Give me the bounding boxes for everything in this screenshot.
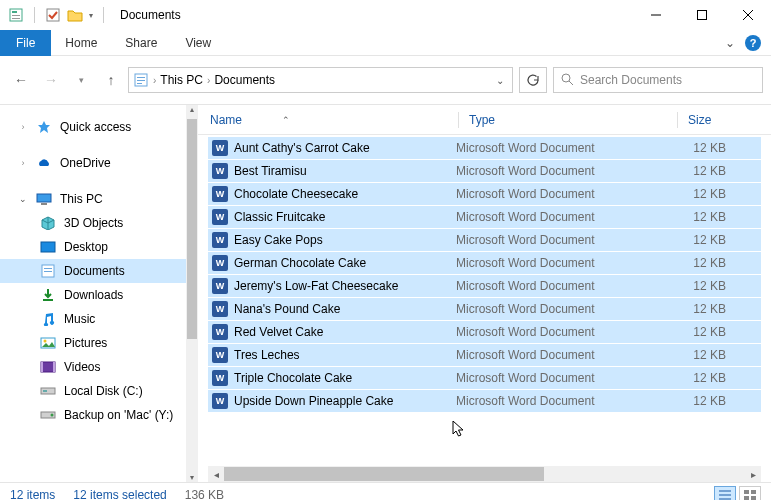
videos-icon — [40, 359, 56, 375]
tree-item-music[interactable]: Music — [0, 307, 186, 331]
help-icon[interactable]: ? — [745, 35, 761, 51]
horizontal-scrollbar[interactable]: ◂ ▸ — [208, 466, 761, 482]
navigation-bar: ← → ▾ ↑ › This PC › Documents ⌄ — [0, 62, 771, 98]
file-name: Red Velvet Cake — [234, 325, 323, 339]
tree-item-downloads[interactable]: Downloads — [0, 283, 186, 307]
close-button[interactable] — [725, 0, 771, 30]
file-row[interactable]: WBest TiramisuMicrosoft Word Document12 … — [208, 160, 761, 183]
tree-this-pc[interactable]: ⌄ This PC — [0, 187, 186, 211]
svg-rect-10 — [137, 77, 145, 78]
file-row[interactable]: WGerman Chocolate CakeMicrosoft Word Doc… — [208, 252, 761, 275]
chevron-down-icon[interactable]: ⌄ — [18, 194, 28, 204]
chevron-right-icon[interactable]: › — [18, 122, 28, 132]
svg-rect-24 — [41, 362, 55, 372]
qat-dropdown[interactable]: ▾ — [89, 11, 93, 20]
tree-item-label: Pictures — [64, 336, 107, 350]
file-row[interactable]: WAunt Cathy's Carrot CakeMicrosoft Word … — [208, 137, 761, 160]
status-selected-count: 12 items selected — [73, 488, 166, 501]
scroll-thumb[interactable] — [224, 467, 544, 481]
tree-item-label: 3D Objects — [64, 216, 123, 230]
tab-share[interactable]: Share — [111, 30, 171, 56]
file-name: Triple Chocolate Cake — [234, 371, 352, 385]
maximize-button[interactable] — [679, 0, 725, 30]
ribbon: File Home Share View ⌄ ? — [0, 30, 771, 56]
tree-item-cdrive[interactable]: Local Disk (C:) — [0, 379, 186, 403]
tree-onedrive[interactable]: › OneDrive — [0, 151, 186, 175]
tree-item-ydrive[interactable]: Backup on 'Mac' (Y:) — [0, 403, 186, 427]
tree-item-desktop[interactable]: Desktop — [0, 235, 186, 259]
chevron-right-icon[interactable]: › — [153, 75, 156, 86]
file-tab[interactable]: File — [0, 30, 51, 56]
file-list: WAunt Cathy's Carrot CakeMicrosoft Word … — [198, 135, 771, 466]
breadcrumb-this-pc[interactable]: This PC — [160, 73, 203, 87]
column-size[interactable]: Size — [688, 113, 748, 127]
forward-button[interactable]: → — [38, 67, 64, 93]
back-button[interactable]: ← — [8, 67, 34, 93]
divider — [34, 7, 35, 23]
tree-item-label: Desktop — [64, 240, 108, 254]
file-row[interactable]: WTriple Chocolate CakeMicrosoft Word Doc… — [208, 367, 761, 390]
address-bar[interactable]: › This PC › Documents ⌄ — [128, 67, 513, 93]
tab-view[interactable]: View — [171, 30, 225, 56]
breadcrumb-documents[interactable]: Documents — [214, 73, 275, 87]
sidebar-scrollbar[interactable]: ▴ ▾ — [186, 105, 198, 482]
expand-ribbon-icon[interactable]: ⌄ — [725, 36, 735, 50]
column-resizer[interactable] — [677, 112, 678, 128]
tree-item-3d[interactable]: 3D Objects — [0, 211, 186, 235]
chevron-right-icon[interactable]: › — [18, 158, 28, 168]
column-headers: Name ⌃ Type Size — [198, 105, 771, 135]
scroll-left-icon[interactable]: ◂ — [208, 469, 224, 480]
address-dropdown-icon[interactable]: ⌄ — [492, 75, 508, 86]
tree-item-pictures[interactable]: Pictures — [0, 331, 186, 355]
up-button[interactable]: ↑ — [98, 67, 124, 93]
column-type[interactable]: Type — [469, 113, 677, 127]
details-view-button[interactable] — [714, 486, 736, 501]
file-row[interactable]: WChocolate CheesecakeMicrosoft Word Docu… — [208, 183, 761, 206]
tree-quick-access[interactable]: › Quick access — [0, 115, 186, 139]
file-row[interactable]: WJeremy's Low-Fat CheesecakeMicrosoft Wo… — [208, 275, 761, 298]
file-name: Classic Fruitcake — [234, 210, 325, 224]
file-row[interactable]: WTres LechesMicrosoft Word Document12 KB — [208, 344, 761, 367]
word-document-icon: W — [212, 301, 228, 317]
pictures-icon — [40, 335, 56, 351]
file-type: Microsoft Word Document — [456, 371, 670, 385]
tree-item-videos[interactable]: Videos — [0, 355, 186, 379]
file-size: 12 KB — [670, 371, 726, 385]
search-input[interactable] — [580, 73, 756, 87]
chevron-right-icon[interactable]: › — [207, 75, 210, 86]
folder-icon[interactable] — [67, 7, 83, 23]
file-row[interactable]: WUpside Down Pineapple CakeMicrosoft Wor… — [208, 390, 761, 413]
file-name: Chocolate Cheesecake — [234, 187, 358, 201]
tree-item-label: Downloads — [64, 288, 123, 302]
file-size: 12 KB — [670, 187, 726, 201]
recent-dropdown[interactable]: ▾ — [68, 67, 94, 93]
scroll-thumb[interactable] — [187, 119, 197, 339]
search-box[interactable] — [553, 67, 763, 93]
file-row[interactable]: WClassic FruitcakeMicrosoft Word Documen… — [208, 206, 761, 229]
properties-icon[interactable] — [8, 7, 24, 23]
checkbox-icon[interactable] — [45, 7, 61, 23]
svg-rect-37 — [751, 496, 756, 500]
tree-item-documents[interactable]: Documents — [0, 259, 186, 283]
file-type: Microsoft Word Document — [456, 279, 670, 293]
file-row[interactable]: WNana's Pound CakeMicrosoft Word Documen… — [208, 298, 761, 321]
word-document-icon: W — [212, 393, 228, 409]
file-row[interactable]: WEasy Cake PopsMicrosoft Word Document12… — [208, 229, 761, 252]
word-document-icon: W — [212, 278, 228, 294]
refresh-button[interactable] — [519, 67, 547, 93]
column-name[interactable]: Name ⌃ — [210, 113, 458, 127]
file-size: 12 KB — [670, 325, 726, 339]
file-type: Microsoft Word Document — [456, 256, 670, 270]
word-document-icon: W — [212, 232, 228, 248]
word-document-icon: W — [212, 324, 228, 340]
file-name: Jeremy's Low-Fat Cheesecake — [234, 279, 398, 293]
minimize-button[interactable] — [633, 0, 679, 30]
tab-home[interactable]: Home — [51, 30, 111, 56]
file-name: Easy Cake Pops — [234, 233, 323, 247]
word-document-icon: W — [212, 140, 228, 156]
file-row[interactable]: WRed Velvet CakeMicrosoft Word Document1… — [208, 321, 761, 344]
column-resizer[interactable] — [458, 112, 459, 128]
word-document-icon: W — [212, 186, 228, 202]
large-icons-view-button[interactable] — [739, 486, 761, 501]
scroll-right-icon[interactable]: ▸ — [745, 469, 761, 480]
